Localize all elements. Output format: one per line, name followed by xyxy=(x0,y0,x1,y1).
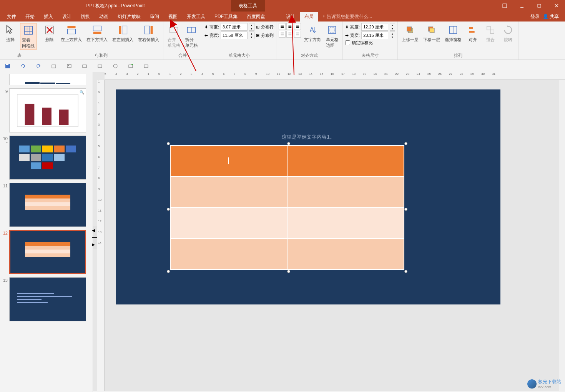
slide-thumb-partial[interactable] xyxy=(9,74,86,85)
text-direction-button[interactable]: A 文字方向 xyxy=(302,23,322,43)
table-cell[interactable] xyxy=(287,238,404,270)
distribute-cols-button[interactable]: 分布列 xyxy=(261,33,274,38)
tab-insert[interactable]: 插入 xyxy=(39,12,58,22)
contextual-tab-label: 表格工具 xyxy=(231,0,265,12)
svg-rect-34 xyxy=(469,31,475,33)
delete-button[interactable]: 删除 xyxy=(42,23,58,43)
align-button[interactable]: 对齐 xyxy=(465,23,481,43)
vertical-scrollbar[interactable] xyxy=(559,80,565,391)
view-gridlines-button[interactable]: 查看 网格线 xyxy=(20,23,37,50)
tab-file[interactable]: 文件 xyxy=(2,12,21,22)
table-cell[interactable] xyxy=(287,208,404,239)
qat-icon-1[interactable] xyxy=(50,62,58,70)
qat-icon-3[interactable] xyxy=(81,62,88,70)
cell-height-input[interactable]: 3.07 厘米 xyxy=(221,23,248,31)
slide-thumb-13[interactable] xyxy=(9,277,86,321)
slide-table[interactable] xyxy=(170,145,404,270)
slide-title[interactable]: 这里是举例文字内容1。 xyxy=(116,89,500,141)
qat-icon-5[interactable] xyxy=(111,62,119,70)
align-top-center[interactable]: ≡ xyxy=(286,23,293,30)
table-cell[interactable] xyxy=(287,177,404,208)
table-height-input[interactable]: 12.29 厘米 xyxy=(361,23,388,31)
cell-margins-button[interactable]: 单元格 边距 xyxy=(324,23,340,49)
group-label-arrange: 排列 xyxy=(454,51,462,60)
undo-icon[interactable] xyxy=(19,62,27,70)
height-spinner[interactable]: ▲▼ xyxy=(249,23,254,31)
watermark-logo-icon xyxy=(527,379,537,389)
align-middle-left[interactable]: ≡ xyxy=(279,31,286,38)
distribute-cols-icon: ⊞ xyxy=(256,33,259,38)
tab-review[interactable]: 审阅 xyxy=(145,12,164,22)
align-top-right[interactable]: ≡ xyxy=(294,23,301,30)
insert-above-button[interactable]: 在上方插入 xyxy=(59,23,83,43)
svg-rect-13 xyxy=(67,29,75,34)
insert-left-button[interactable]: 在左侧插入 xyxy=(111,23,135,43)
insert-below-button[interactable]: 在下方插入 xyxy=(85,23,109,43)
width-spinner[interactable]: ▲▼ xyxy=(249,31,254,39)
tab-table-design[interactable]: 设计 xyxy=(281,12,300,22)
table-cell[interactable] xyxy=(287,146,404,177)
tab-baidu[interactable]: 百度网盘 xyxy=(242,12,270,22)
tab-developer[interactable]: 开发工具 xyxy=(182,12,210,22)
table-height-spinner[interactable]: ▲▼ xyxy=(390,23,395,31)
share-button[interactable]: 👤 共享 xyxy=(543,13,559,20)
tab-home[interactable]: 开始 xyxy=(21,12,39,22)
minimize-button[interactable] xyxy=(513,0,530,12)
maximize-button[interactable] xyxy=(530,0,548,12)
redo-icon[interactable] xyxy=(35,62,42,70)
tab-animations[interactable]: 动画 xyxy=(95,12,113,22)
gridlines-icon xyxy=(22,24,35,36)
svg-rect-21 xyxy=(170,27,178,33)
insert-below-icon xyxy=(91,24,103,36)
select-button[interactable]: 选择 xyxy=(2,23,18,43)
table-cell[interactable] xyxy=(170,208,287,239)
table-width-input[interactable]: 23.15 厘米 xyxy=(361,31,388,39)
qat-icon-4[interactable] xyxy=(96,62,104,70)
login-button[interactable]: 登录 xyxy=(530,13,540,20)
qat-icon-7[interactable] xyxy=(142,62,150,70)
align-top-left[interactable]: ≡ xyxy=(279,23,286,30)
split-cells-button[interactable]: 拆分 单元格 xyxy=(183,23,199,49)
insert-right-button[interactable]: 在右侧插入 xyxy=(136,23,161,43)
selection-pane-button[interactable]: 选择窗格 xyxy=(443,23,463,43)
alignment-grid: ≡ ≡ ≡ ≡ ≡ ≡ xyxy=(279,23,301,38)
qat-icon-2[interactable] xyxy=(65,62,73,70)
qat-icon-6[interactable] xyxy=(127,62,135,70)
align-middle-right[interactable]: ≡ xyxy=(294,31,301,38)
tab-transitions[interactable]: 切换 xyxy=(76,12,95,22)
tab-table-layout[interactable]: 布局 xyxy=(300,12,318,22)
send-backward-button[interactable]: 下移一层 xyxy=(422,23,442,43)
table-cell[interactable] xyxy=(170,177,287,208)
svg-rect-51 xyxy=(59,109,69,125)
tab-pdf[interactable]: PDF工具集 xyxy=(210,12,242,22)
panel-collapse-handle[interactable]: ◂—▸ xyxy=(93,226,97,249)
tab-slideshow[interactable]: 幻灯片放映 xyxy=(113,12,145,22)
distribute-rows-button[interactable]: 分布行 xyxy=(261,24,274,30)
tell-me-search[interactable]: ♀ 告诉我您想要做什么... xyxy=(322,13,372,20)
lock-ratio-checkbox[interactable] xyxy=(345,40,350,45)
height-icon: ⬍ xyxy=(204,25,208,30)
ribbon-display-options-icon[interactable] xyxy=(496,0,513,12)
slide-thumb-9[interactable]: 🔍 xyxy=(9,88,86,132)
close-button[interactable] xyxy=(548,0,565,12)
slide-thumb-10[interactable] xyxy=(9,136,86,180)
cell-width-input[interactable]: 11.58 厘米 xyxy=(221,31,248,39)
table-cell[interactable] xyxy=(170,238,287,270)
tab-design[interactable]: 设计 xyxy=(58,12,76,22)
rotate-icon xyxy=(502,24,514,36)
align-middle-center[interactable]: ≡ xyxy=(286,31,293,38)
svg-point-44 xyxy=(113,64,117,68)
table-cell[interactable] xyxy=(170,146,287,177)
save-icon[interactable] xyxy=(4,62,12,70)
slide-thumb-12[interactable] xyxy=(9,230,86,274)
svg-rect-42 xyxy=(83,65,86,68)
slide-number: 13 xyxy=(2,277,9,321)
table-width-spinner[interactable]: ▲▼ xyxy=(390,31,395,39)
svg-rect-28 xyxy=(407,27,412,31)
svg-rect-49 xyxy=(25,104,35,125)
bring-forward-button[interactable]: 上移一层 xyxy=(400,23,420,43)
tab-view[interactable]: 视图 xyxy=(164,12,182,22)
slide-canvas[interactable]: 这里是举例文字内容1。 xyxy=(116,89,500,304)
slide-thumb-11[interactable] xyxy=(9,183,86,227)
slide-panel[interactable]: 9 🔍 10* 11 xyxy=(0,72,93,392)
